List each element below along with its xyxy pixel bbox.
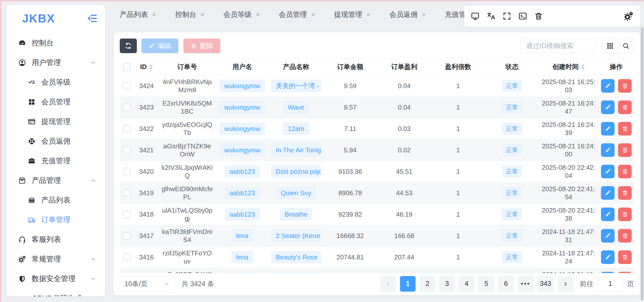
edit-row-button[interactable]	[601, 250, 615, 264]
row-checkbox[interactable]	[123, 125, 131, 132]
username-tag[interactable]: lena	[231, 230, 253, 242]
sidebar-item-recharge-management[interactable]: 充值管理	[7, 151, 105, 171]
close-icon[interactable]	[200, 12, 205, 17]
username-tag[interactable]: aabb123	[225, 208, 259, 220]
refresh-button[interactable]	[120, 39, 137, 53]
username-tag[interactable]: lena	[231, 251, 253, 263]
product-tag[interactable]: 12am	[283, 123, 309, 135]
close-icon[interactable]	[151, 12, 157, 17]
edit-row-button[interactable]	[601, 186, 615, 200]
edit-row-button[interactable]	[601, 100, 615, 114]
page-button-1[interactable]: 1	[400, 276, 416, 292]
edit-row-button[interactable]	[601, 229, 615, 243]
sidebar-item-general-management[interactable]: 常规管理	[7, 249, 105, 269]
product-tag[interactable]: Breathe	[280, 208, 312, 220]
username-tag[interactable]: aabb123	[225, 165, 259, 178]
goto-page-input[interactable]	[597, 276, 623, 292]
tab-member-level[interactable]: 会员等级	[217, 5, 267, 24]
product-tag[interactable]: 美美的一个湾 - 独唱版	[271, 80, 321, 92]
prev-page-button[interactable]	[380, 276, 396, 292]
close-icon[interactable]	[366, 12, 371, 17]
edit-row-button[interactable]	[601, 79, 615, 93]
row-checkbox[interactable]	[123, 82, 131, 90]
delete-row-button[interactable]	[618, 165, 632, 178]
page-button-6[interactable]: 6	[498, 276, 514, 292]
username-tag[interactable]: wukongymw	[220, 123, 265, 135]
close-icon[interactable]	[421, 12, 427, 17]
edit-button[interactable]: 编辑	[141, 39, 178, 53]
terminal-icon[interactable]	[518, 12, 527, 21]
sidebar-item-member-rebate[interactable]: 会员返佣	[7, 131, 105, 151]
monitor-icon[interactable]	[471, 12, 480, 21]
next-page-button[interactable]	[558, 276, 573, 292]
product-tag[interactable]: In The Air Tonight - Ins	[271, 144, 321, 156]
sidebar-item-data-security[interactable]: 数据安全管理	[7, 269, 105, 289]
edit-row-button[interactable]	[601, 122, 615, 136]
page-button-343[interactable]: 343	[537, 276, 554, 292]
product-tag[interactable]: Wave	[283, 101, 309, 113]
tab-dashboard[interactable]: 控制台	[169, 5, 211, 24]
username-tag[interactable]: wukongymw	[220, 101, 265, 113]
translate-icon[interactable]	[487, 12, 496, 21]
row-checkbox[interactable]	[123, 104, 131, 111]
delete-button[interactable]: 删除	[183, 39, 220, 53]
product-tag[interactable]: Dziś późno pójdę spać	[271, 165, 321, 178]
row-checkbox[interactable]	[123, 211, 131, 218]
search-button[interactable]	[618, 39, 634, 53]
close-icon[interactable]	[255, 12, 261, 17]
edit-row-button[interactable]	[601, 165, 615, 178]
edit-row-button[interactable]	[601, 208, 615, 221]
product-tag[interactable]: Quien Soy	[276, 187, 316, 199]
row-checkbox[interactable]	[123, 232, 131, 240]
product-tag[interactable]: Beauty's Rose	[271, 251, 321, 263]
search-input[interactable]	[521, 39, 597, 53]
page-size-select[interactable]: 10条/页	[120, 276, 175, 292]
delete-row-button[interactable]	[618, 208, 632, 221]
column-grid-button[interactable]	[602, 39, 618, 53]
edit-row-button[interactable]	[601, 143, 615, 157]
sort-carets-icon[interactable]	[581, 64, 585, 70]
delete-row-button[interactable]	[618, 186, 632, 200]
page-ellipsis[interactable]: •••	[518, 276, 533, 292]
trash-icon[interactable]	[534, 12, 543, 21]
username-tag[interactable]: wukongymw	[220, 80, 265, 92]
tab-product-list[interactable]: 产品列表	[114, 5, 163, 24]
row-checkbox[interactable]	[123, 189, 131, 197]
sidebar-item-service-list[interactable]: 客服列表	[7, 230, 105, 249]
fullscreen-icon[interactable]	[502, 12, 511, 21]
sidebar-item-member-level[interactable]: 会员等级	[7, 73, 105, 92]
sidebar-item-order-management[interactable]: 订单管理	[7, 210, 105, 230]
username-tag[interactable]: wukongymw	[220, 144, 265, 156]
row-checkbox[interactable]	[123, 168, 131, 175]
sidebar-item-product-management[interactable]: 产品管理	[7, 171, 105, 190]
delete-row-button[interactable]	[618, 250, 632, 264]
sidebar-collapse-icon[interactable]	[87, 13, 98, 24]
select-all-checkbox[interactable]	[123, 63, 131, 71]
scrollbar[interactable]	[641, 27, 643, 301]
close-icon[interactable]	[310, 12, 316, 17]
page-button-3[interactable]: 3	[439, 276, 455, 292]
page-button-2[interactable]: 2	[420, 276, 435, 292]
page-button-5[interactable]: 5	[478, 276, 494, 292]
col-id[interactable]: ID	[134, 59, 159, 75]
tab-member-rebate[interactable]: 会员返佣	[383, 5, 433, 24]
username-tag[interactable]: aabb123	[225, 187, 259, 199]
row-checkbox[interactable]	[123, 253, 131, 261]
delete-row-button[interactable]	[618, 143, 632, 157]
sidebar-item-user-management[interactable]: 用户管理	[7, 53, 105, 73]
product-tag[interactable]: 2 Seater (Keroro)	[271, 230, 321, 242]
tab-withdraw-management[interactable]: 提现管理	[328, 5, 377, 24]
sidebar-item-withdraw-management[interactable]: 提现管理	[7, 112, 105, 131]
sidebar-item-dashboard[interactable]: 控制台	[7, 33, 105, 53]
delete-row-button[interactable]	[618, 122, 632, 136]
delete-row-button[interactable]	[618, 100, 632, 114]
settings-gears-icon[interactable]	[624, 11, 634, 21]
row-checkbox[interactable]	[123, 146, 131, 154]
col-created[interactable]: 创建时间	[539, 59, 598, 75]
tab-member-management[interactable]: 会员管理	[273, 5, 322, 24]
page-button-4[interactable]: 4	[459, 276, 474, 292]
delete-row-button[interactable]	[618, 79, 632, 93]
sidebar-item-crud-generator[interactable]: CRUD代码生成	[7, 289, 105, 296]
delete-row-button[interactable]	[618, 229, 632, 243]
sidebar-item-product-list[interactable]: 产品列表	[7, 190, 105, 210]
